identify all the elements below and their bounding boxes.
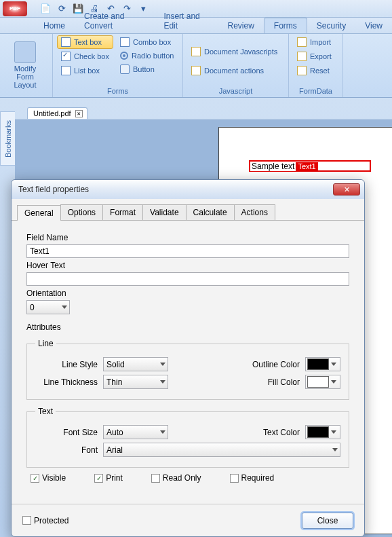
dialog-titlebar[interactable]: Text field properties ✕ xyxy=(12,180,364,199)
app-orb[interactable]: PDF xyxy=(3,1,27,16)
checkbox-icon xyxy=(61,52,71,61)
field-name-input[interactable] xyxy=(26,244,349,258)
dialog-tab-format[interactable]: Format xyxy=(102,204,143,220)
font-size-value: Auto xyxy=(106,428,123,437)
document-javascripts-button[interactable]: Document Javascripts xyxy=(187,45,281,58)
protected-label: Protected xyxy=(34,516,68,525)
font-size-select[interactable]: Auto xyxy=(103,425,168,439)
pdf-doc-icon[interactable]: 📄 xyxy=(39,3,52,15)
listbox-label: List box xyxy=(74,67,100,75)
visible-checkbox[interactable]: ✓Visible xyxy=(31,473,66,483)
reset-button[interactable]: Reset xyxy=(293,64,336,77)
orientation-select[interactable]: 0 xyxy=(26,300,70,314)
chevron-down-icon xyxy=(160,380,165,384)
export-icon xyxy=(297,52,307,61)
doc-actions-label: Document actions xyxy=(204,67,264,75)
check-icon: ✓ xyxy=(31,474,39,483)
file-tab-untitled[interactable]: Untitled.pdf ✕ xyxy=(27,107,87,119)
refresh-icon[interactable]: ⟳ xyxy=(56,3,68,15)
attributes-label: Attributes xyxy=(26,322,349,332)
bookmarks-panel-tab[interactable]: Bookmarks xyxy=(0,111,15,166)
dialog-tab-general[interactable]: General xyxy=(17,205,61,221)
textbox-tool[interactable]: Text box xyxy=(57,35,113,49)
chevron-down-icon xyxy=(160,363,165,366)
check-icon xyxy=(151,474,160,483)
protected-checkbox[interactable]: Protected xyxy=(22,516,68,525)
reset-label: Reset xyxy=(310,67,330,75)
outline-swatch xyxy=(307,358,329,370)
radio-icon xyxy=(120,52,128,60)
readonly-checkbox[interactable]: Read Only xyxy=(151,473,201,483)
dialog-tab-actions[interactable]: Actions xyxy=(234,204,275,220)
chevron-down-icon xyxy=(62,305,67,309)
group-title-javascript: Javascript xyxy=(187,86,284,96)
required-checkbox[interactable]: Required xyxy=(230,473,275,483)
check-icon: ✓ xyxy=(94,474,103,483)
combobox-tool[interactable]: Combo box xyxy=(116,35,178,49)
font-select[interactable]: Arial xyxy=(103,443,340,457)
outline-color-picker[interactable] xyxy=(305,357,340,371)
form-field-text1[interactable]: Sample text Text1 xyxy=(249,160,371,172)
document-actions-button[interactable]: Document actions xyxy=(187,64,281,77)
file-tab-label: Untitled.pdf xyxy=(33,109,71,117)
line-thickness-select[interactable]: Thin xyxy=(103,375,168,389)
group-title-layout xyxy=(4,94,48,96)
dialog-tab-calculate[interactable]: Calculate xyxy=(186,204,235,220)
check-row: ✓Visible ✓Print Read Only Required xyxy=(26,473,349,483)
line-style-select[interactable]: Solid xyxy=(103,357,168,371)
text-field-properties-dialog: Text field properties ✕ General Options … xyxy=(11,179,365,537)
chevron-down-icon xyxy=(160,430,165,434)
button-icon xyxy=(120,64,130,74)
export-button[interactable]: Export xyxy=(293,50,336,63)
ribbon: Modify Form Layout Text box Check box Li… xyxy=(0,34,392,98)
close-file-icon[interactable]: ✕ xyxy=(75,110,83,117)
import-icon xyxy=(297,37,307,47)
doc-js-label: Document Javascripts xyxy=(204,48,277,56)
print-checkbox[interactable]: ✓Print xyxy=(94,473,123,483)
fill-color-picker[interactable] xyxy=(305,375,340,389)
fill-color-label: Fill Color xyxy=(168,377,305,387)
orientation-value: 0 xyxy=(30,303,35,312)
text-color-picker[interactable] xyxy=(305,425,340,439)
check-icon xyxy=(22,516,31,525)
listbox-tool[interactable]: List box xyxy=(57,64,113,77)
import-label: Import xyxy=(310,38,331,46)
modify-form-layout-label: Modify Form Layout xyxy=(6,64,44,89)
import-button[interactable]: Import xyxy=(293,35,336,49)
tab-home[interactable]: Home xyxy=(34,18,75,33)
tab-review[interactable]: Review xyxy=(218,18,263,33)
sample-text-label: Sample text xyxy=(250,162,296,171)
tab-forms[interactable]: Forms xyxy=(264,18,307,33)
tab-security[interactable]: Security xyxy=(307,18,355,33)
reset-icon xyxy=(297,66,307,75)
radiobutton-tool[interactable]: Radio button xyxy=(116,50,178,62)
dialog-close-button[interactable]: ✕ xyxy=(333,183,360,196)
line-thickness-label: Line Thickness xyxy=(35,377,103,387)
tab-insert-edit[interactable]: Insert and Edit xyxy=(154,9,218,33)
line-legend: Line xyxy=(35,339,56,348)
chevron-down-icon xyxy=(331,430,336,434)
dialog-title: Text field properties xyxy=(18,185,89,194)
print-label: Print xyxy=(106,473,123,483)
close-button[interactable]: Close xyxy=(302,513,353,529)
field-name-label: Field Name xyxy=(26,233,349,242)
line-style-value: Solid xyxy=(106,360,125,369)
dialog-tab-options[interactable]: Options xyxy=(60,204,103,220)
text-color-label: Text Color xyxy=(168,428,305,437)
hover-text-input[interactable] xyxy=(26,272,349,286)
js-action-icon xyxy=(191,66,201,75)
tab-view[interactable]: View xyxy=(355,18,392,33)
dialog-tab-validate[interactable]: Validate xyxy=(142,204,186,220)
export-label: Export xyxy=(310,52,332,60)
file-tabs: Untitled.pdf ✕ xyxy=(27,107,87,119)
js-doc-icon xyxy=(191,47,201,56)
tab-create-convert[interactable]: Create and Convert xyxy=(75,9,154,33)
dialog-body: Field Name Hover Text Orientation 0 Attr… xyxy=(12,221,364,504)
text-legend: Text xyxy=(35,407,56,416)
line-fieldset: Line Line Style Solid Outline Color Line… xyxy=(26,339,349,400)
dialog-tabs: General Options Format Validate Calculat… xyxy=(12,199,364,221)
modify-form-layout-button[interactable]: Modify Form Layout xyxy=(4,35,46,94)
button-tool[interactable]: Button xyxy=(116,62,178,76)
group-title-forms: Forms xyxy=(57,86,178,96)
checkbox-tool[interactable]: Check box xyxy=(57,50,113,63)
